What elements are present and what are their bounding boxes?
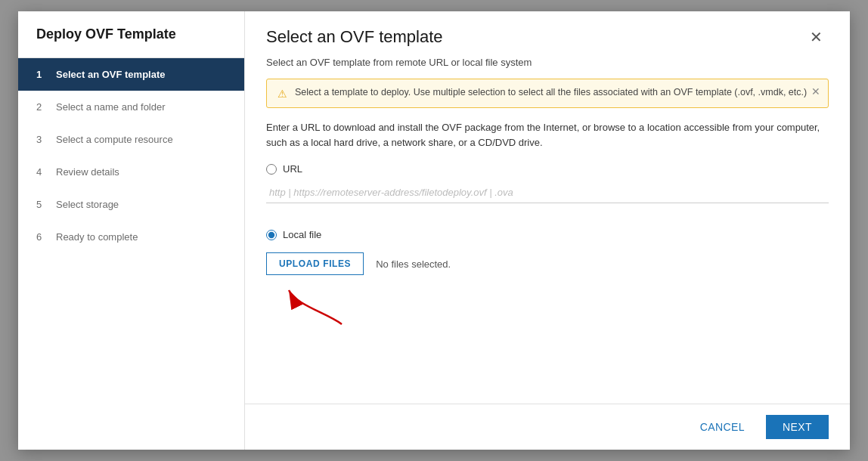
step-label: Select storage [56, 199, 119, 210]
url-option-group: URL [266, 163, 829, 217]
main-footer: CANCEL NEXT [245, 404, 850, 450]
arrow-annotation [266, 283, 829, 328]
local-file-option-label: Local file [283, 229, 321, 240]
url-option-label: URL [283, 163, 302, 175]
local-file-radio-input[interactable] [266, 230, 277, 240]
sidebar-steps: 1 Select an OVF template 2 Select a name… [18, 58, 244, 450]
no-files-text: No files selected. [376, 258, 451, 270]
sidebar-step-3[interactable]: 3 Select a compute resource [18, 123, 244, 156]
close-button[interactable]: ✕ [804, 26, 829, 48]
step-number: 3 [36, 134, 48, 145]
sidebar-step-4[interactable]: 4 Review details [18, 156, 244, 188]
url-input[interactable] [266, 182, 829, 203]
step-label: Select a compute resource [56, 134, 173, 145]
main-title: Select an OVF template [266, 27, 443, 47]
local-file-option-group: Local file UPLOAD FILES No files selecte… [266, 229, 829, 328]
step-label: Ready to complete [56, 231, 138, 243]
main-body: Select an OVF template from remote URL o… [245, 48, 850, 404]
sidebar-step-6[interactable]: 6 Ready to complete [18, 221, 244, 253]
subtitle: Select an OVF template from remote URL o… [266, 57, 829, 68]
step-number: 6 [36, 231, 48, 243]
arrow-svg [281, 283, 448, 328]
alert-text: Select a template to deploy. Use multipl… [295, 87, 817, 97]
close-icon: ✕ [810, 29, 823, 45]
sidebar-step-1[interactable]: 1 Select an OVF template [18, 58, 244, 91]
main-header: Select an OVF template ✕ [245, 11, 850, 48]
modal-overlay: Deploy OVF Template 1 Select an OVF temp… [0, 0, 868, 461]
step-label: Select an OVF template [56, 69, 166, 80]
upload-files-button[interactable]: UPLOAD FILES [266, 252, 364, 275]
sidebar: Deploy OVF Template 1 Select an OVF temp… [18, 11, 245, 450]
cancel-button[interactable]: CANCEL [691, 415, 754, 439]
sidebar-title: Deploy OVF Template [18, 11, 244, 58]
alert-close-button[interactable]: ✕ [811, 85, 820, 97]
step-number: 4 [36, 166, 48, 178]
main-content: Select an OVF template ✕ Select an OVF t… [245, 11, 850, 450]
description-text: Enter a URL to download and install the … [266, 120, 829, 150]
step-number: 2 [36, 101, 48, 113]
sidebar-step-2[interactable]: 2 Select a name and folder [18, 91, 244, 123]
url-radio-input[interactable] [266, 164, 277, 175]
alert-banner: ⚠ Select a template to deploy. Use multi… [266, 79, 829, 108]
next-button[interactable]: NEXT [766, 415, 829, 439]
warning-icon: ⚠ [277, 88, 287, 100]
sidebar-step-5[interactable]: 5 Select storage [18, 188, 244, 221]
step-number: 1 [36, 69, 48, 80]
url-radio-label[interactable]: URL [266, 163, 829, 175]
step-label: Select a name and folder [56, 101, 166, 113]
modal: Deploy OVF Template 1 Select an OVF temp… [18, 11, 850, 450]
step-label: Review details [56, 166, 119, 178]
local-file-radio-label[interactable]: Local file [266, 229, 829, 240]
local-file-section: UPLOAD FILES No files selected. [266, 252, 829, 275]
step-number: 5 [36, 199, 48, 210]
